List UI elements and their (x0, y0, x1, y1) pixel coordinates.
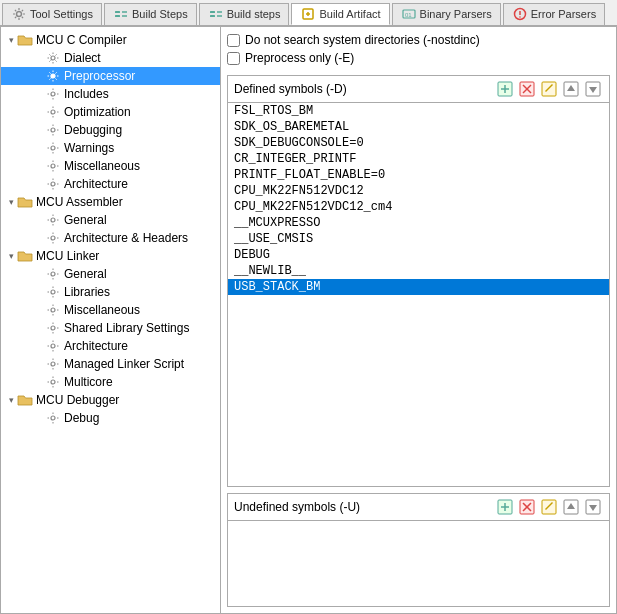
tree-item-shared-library[interactable]: Shared Library Settings (1, 319, 220, 337)
general-lnk-label: General (64, 267, 107, 281)
gear-icon-libraries (45, 284, 61, 300)
preprocess-only-label: Preprocess only (-E) (245, 51, 354, 65)
delete-undefined-symbol-button[interactable] (517, 497, 537, 517)
arch-headers-label: Architecture & Headers (64, 231, 188, 245)
list-item[interactable]: CR_INTEGER_PRINTF (228, 151, 609, 167)
tree-group-mcu-c-compiler[interactable]: MCU C Compiler (1, 31, 220, 49)
undefined-symbols-box: Undefined symbols (-U) (227, 493, 610, 607)
list-item[interactable]: SDK_DEBUGCONSOLE=0 (228, 135, 609, 151)
toggle-mcu-debugger[interactable] (5, 394, 17, 406)
main-content: MCU C Compiler Dialect Preprocessor Incl… (0, 26, 617, 614)
svg-point-22 (51, 146, 55, 150)
move-up-undefined-symbol-button[interactable] (561, 497, 581, 517)
svg-point-25 (51, 218, 55, 222)
preprocessor-label: Preprocessor (64, 69, 135, 83)
gear-icon (11, 6, 27, 22)
tab-error-parsers[interactable]: Error Parsers (503, 3, 605, 25)
gear-icon-shared-lib (45, 320, 61, 336)
list-item[interactable]: SDK_OS_BAREMETAL (228, 119, 609, 135)
undefined-symbols-header: Undefined symbols (-U) (228, 494, 609, 521)
gear-icon-optimization (45, 104, 61, 120)
tree-group-mcu-assembler[interactable]: MCU Assembler (1, 193, 220, 211)
tab-build-steps-1[interactable]: Build Steps (104, 3, 197, 25)
tree-item-includes[interactable]: Includes (1, 85, 220, 103)
tree-item-debug[interactable]: Debug (1, 409, 220, 427)
list-item[interactable]: CPU_MK22FN512VDC12_cm4 (228, 199, 609, 215)
tree-item-arch-headers[interactable]: Architecture & Headers (1, 229, 220, 247)
gear-icon-misc-c (45, 158, 61, 174)
svg-point-18 (51, 74, 55, 78)
tree-item-architecture-lnk[interactable]: Architecture (1, 337, 220, 355)
list-item-selected[interactable]: USB_STACK_BM (228, 279, 609, 295)
misc-c-label: Miscellaneous (64, 159, 140, 173)
list-item[interactable]: __MCUXPRESSO (228, 215, 609, 231)
list-item[interactable]: PRINTF_FLOAT_ENABLE=0 (228, 167, 609, 183)
tree-item-general-asm[interactable]: General (1, 211, 220, 229)
gear-icon-misc-lnk (45, 302, 61, 318)
defined-symbols-list: FSL_RTOS_BM SDK_OS_BAREMETAL SDK_DEBUGCO… (228, 103, 609, 486)
option-no-search-dirs: Do not search system directories (-nostd… (227, 33, 610, 47)
svg-point-0 (17, 12, 22, 17)
tree-item-misc-lnk[interactable]: Miscellaneous (1, 301, 220, 319)
add-defined-symbol-button[interactable] (495, 79, 515, 99)
no-search-dirs-label: Do not search system directories (-nostd… (245, 33, 480, 47)
gear-icon-general-lnk (45, 266, 61, 282)
svg-point-27 (51, 272, 55, 276)
add-undefined-symbol-button[interactable] (495, 497, 515, 517)
binary-icon: 01 (401, 6, 417, 22)
svg-point-30 (51, 326, 55, 330)
svg-point-31 (51, 344, 55, 348)
tab-build-artifact[interactable]: Build Artifact (291, 3, 389, 25)
svg-point-20 (51, 110, 55, 114)
move-down-defined-symbol-button[interactable] (583, 79, 603, 99)
move-down-undefined-symbol-button[interactable] (583, 497, 603, 517)
no-search-dirs-checkbox[interactable] (227, 34, 240, 47)
list-item[interactable]: DEBUG (228, 247, 609, 263)
undefined-symbols-title: Undefined symbols (-U) (234, 500, 360, 514)
tab-bar: Tool Settings Build Steps Build steps Bu… (0, 0, 617, 26)
tree-item-miscellaneous-c[interactable]: Miscellaneous (1, 157, 220, 175)
tree-item-libraries[interactable]: Libraries (1, 283, 220, 301)
list-item[interactable]: CPU_MK22FN512VDC12 (228, 183, 609, 199)
move-up-defined-symbol-button[interactable] (561, 79, 581, 99)
steps-icon-2 (208, 6, 224, 22)
tab-build-steps-2-label: Build steps (227, 8, 281, 20)
gear-icon-multicore (45, 374, 61, 390)
tree-item-warnings[interactable]: Warnings (1, 139, 220, 157)
edit-defined-symbol-button[interactable] (539, 79, 559, 99)
preprocess-only-checkbox[interactable] (227, 52, 240, 65)
svg-rect-1 (115, 11, 120, 13)
tab-build-steps-1-label: Build Steps (132, 8, 188, 20)
tree-item-general-lnk[interactable]: General (1, 265, 220, 283)
list-item[interactable]: __NEWLIB__ (228, 263, 609, 279)
gear-icon-arch-c (45, 176, 61, 192)
tree-item-preprocessor[interactable]: Preprocessor (1, 67, 220, 85)
tab-build-steps-2[interactable]: Build steps (199, 3, 290, 25)
delete-defined-symbol-button[interactable] (517, 79, 537, 99)
arch-c-label: Architecture (64, 177, 128, 191)
folder-icon-mcu-dbg (17, 392, 33, 408)
list-item[interactable]: FSL_RTOS_BM (228, 103, 609, 119)
toggle-mcu-assembler[interactable] (5, 196, 17, 208)
svg-rect-2 (115, 15, 120, 17)
gear-icon-preprocessor (45, 68, 61, 84)
tree-item-dialect[interactable]: Dialect (1, 49, 220, 67)
tree-item-debugging[interactable]: Debugging (1, 121, 220, 139)
tab-tool-settings[interactable]: Tool Settings (2, 3, 102, 25)
tree-item-architecture-c[interactable]: Architecture (1, 175, 220, 193)
toggle-mcu-c-compiler[interactable] (5, 34, 17, 46)
tab-binary-parsers[interactable]: 01 Binary Parsers (392, 3, 501, 25)
warnings-label: Warnings (64, 141, 114, 155)
error-icon (512, 6, 528, 22)
managed-linker-label: Managed Linker Script (64, 357, 184, 371)
svg-rect-5 (210, 11, 215, 13)
tree-group-mcu-linker[interactable]: MCU Linker (1, 247, 220, 265)
list-item[interactable]: __USE_CMSIS (228, 231, 609, 247)
edit-undefined-symbol-button[interactable] (539, 497, 559, 517)
tree-item-managed-linker[interactable]: Managed Linker Script (1, 355, 220, 373)
toggle-mcu-linker[interactable] (5, 250, 17, 262)
tree-item-multicore[interactable]: Multicore (1, 373, 220, 391)
defined-symbols-box: Defined symbols (-D) (227, 75, 610, 487)
tree-group-mcu-debugger[interactable]: MCU Debugger (1, 391, 220, 409)
tree-item-optimization[interactable]: Optimization (1, 103, 220, 121)
